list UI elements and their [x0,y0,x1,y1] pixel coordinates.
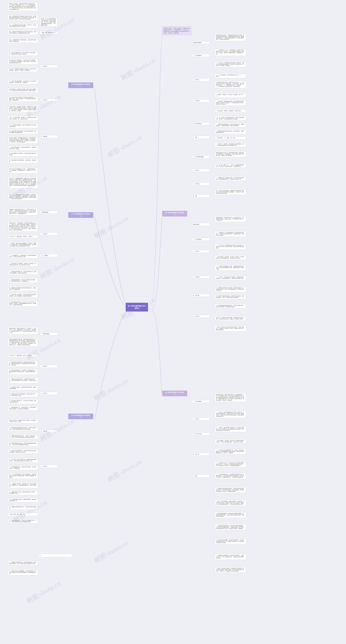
center-node: 初一班主任新学期工作计划范文 [126,303,148,312]
rb3-text1: 班级情况说明，本班共有学生若干名，整体表现中等，学习积极性有待提高，纪律有所欠缺… [215,216,246,222]
branch3-label: 初一班主任新学期工作计划范文（三） [68,414,93,419]
rb3-text10: 安全工作，加强对学生的安全教育，定期开展安全知识学习活动，提高学生的安全意识，确… [215,316,246,320]
intro-box: 新学期从上周四了，作为初一的班主任，要做好学生思想的班级管理工作，可以说是繁琐的… [162,26,191,35]
rb2-text13: 一、相互学习、相互帮助，营造积极向上的班级氛围，让每一位同学都能在班集体中感受到… [215,142,246,147]
b3-section4: 五、家校联系 [40,430,58,432]
b3-text21: 丙：认真做好班级各项台账，整理好班级档案，做好班级资料的留存工作。 [8,498,38,502]
rb3-text3: （一）学习方面：本学期将加强对学生学习方法的指导，培养良好的学习习惯，提高学习效… [215,244,246,250]
rb2-text3: 一、学习方面：本学期将重点抓学生的学习习惯培养，加强学习目的性和积极性的教育，定… [215,62,246,67]
b2-text7: 乙：积极开展各种课外活动，丰富学生的课外生活，培养学生的兴趣爱好，促进学生全面发… [8,270,38,275]
b3-text9: 乙：做好学困生的帮扶工作，关注学生的心理健康，积极开展心理辅导活动。 [8,399,38,404]
rb-right-text2: 一元一的一般，感到一的一，一年以来，班级整体成绩稳步提升，同学们的学习热情有所提… [215,164,246,168]
b1-text13: 一是一，学生活动积极，有进取心，在年级活动中多次拿到第一的好成绩，这一点值得充分… [8,116,38,120]
rb-right3: 三、关于纪律 [192,182,210,185]
b3-text17: 乙：建立家校联系手册，记录学生的日常表现，及时与家长分享，共同教育孩子。 [8,466,38,470]
rb3-lower-text8: 一元积极参加学校组织的各项活动，认真完成学校布置的各项工作任务，树立班级良好形象… [215,487,246,493]
b2-text5: （三）严格要求学生，加强班级管理，开展丰富多彩的班队活动，培养学生良好的行为习惯… [8,254,38,258]
rb3-lower-text12: 乙、加强学生的法制教育，提高学生的法律意识，引导学生自觉遵守法律法规，做一名遵纪… [215,538,246,544]
rb3-lower4: 四、主任工作 [192,453,210,456]
rb3-lower-text7: （三）大力推进家校共育，充分发挥家长委员会的作用，定期召开家长会，及时向家长反映… [215,473,246,479]
rb2-section2: 一、关于班级情况 [192,54,210,57]
rb3-text5: （二）抓好考试关键期的学习管理，在重要考试前做好复习计划，引导学生合理安排复习时… [215,265,246,270]
rb3-section4: 三、关于纪律 [192,276,210,278]
b3-text4: 乙：制定班级学生奖惩制度，对表现良好的同学给予表扬，激励学生积极进取，对表现差的… [8,361,38,366]
b2-text9: 丙：积极配合任课老师做好学科的教学辅助工作，共同促进学生学习成绩的提高。 [8,286,38,291]
rb2-text6: 一元测试卷、坚持练习，全力以赴，考试成绩，坚持，努力。 [215,93,246,98]
rb2-text5: 为了提高学生的学习效率，特制订以下学习计划：（一）培养良好的学习习惯，如课前预习… [215,81,246,88]
rb3-lower5: 五、其他 [192,474,210,477]
b3-text5: 乙：建立班级管理制度，成立班委会，制定班规班纪，让每位同学明白自己的权利与义务，… [8,369,38,375]
b1-text12: 针对此种情况，本期我的工作思路：在尊重学生学习兴趣的同时，充分发挥学生的主体能动… [8,106,38,112]
rb2-text9: 一人一策，针对每一位同学的实际情况，制定个性化的教育方案，促进每一位同学的健康成… [215,116,246,120]
b1-text9: 乙：学生作业完成情况较好，但自觉性不够，部分同学有拖拉现象，平时积累不够，知识面… [8,80,38,84]
b3-section2: 二、主要工作 [40,365,58,368]
rb3-section6: 五、关于安全 [192,315,210,318]
rb2-text2: 一、人员组成认识，经过一个学期的相处，班级同学已基本适应初中生活，同学之间，师生… [215,49,246,56]
rb2-text8: 一元考试成绩、坚持练习，积极进取，争取更大进步。 [215,110,246,112]
rb3-text7: 乙、积极配合学校各项工作的开展，按时完成各项任务，维护班级正常秩序，让每一位同学… [215,286,246,292]
rb3-text2: 一、人员组成认识，从总体情况来看，学生具有良好的学习潜力，只是部分同学的主动性不… [215,231,246,237]
b2-text8: 乙：积极做好家校联系，让家长及时了解学生的在校情况，配合班级的管理工作，形成家校… [8,278,38,283]
b2-section2: 二、主要工作 [40,232,58,235]
b3-text11: 班级工作本学期，班级情况大致与以往相同，本学期重点工作着力于以下几个方面。 [8,419,38,423]
b1-text10: 针对此种情况，我本期的工作思路：通过认真学习研究教材，有针对性地对学生的作业进行… [8,88,38,92]
rb3-lower-text9: 一年以来，通过不断努力，班级工作取得了一定的成绩，但仍有许多不足之处，需要在今后… [215,500,246,506]
bottom-text1: 乙、积极配合学校的各项工作，按时完成各项任务，维护班级正常秩序，为每一位同学营造… [8,561,38,565]
rb2-text1: 据悉班级成员人数若干，班级整体有着较好的学习氛围，同学们的学习积极性较高，但成绩… [215,34,246,41]
b1-text19: 乙：有极少数学生有时花费精力、金钱买零食，有攀比现象。 [8,159,38,163]
b1-level2-1: 本学期，本人在年级管理的班级工作的完成方向，取得了良好的效果，学生的学习成绩由原… [40,18,58,26]
rb3-lower-text6: 一心一意做好班主任工作，把全部精力投入到班级管理和学生教育工作中，努力为每一位同… [215,462,246,467]
b3-text2: 班级情况班级同学情感丰富，具有较强的集体荣誉感，但纪律方面有所欠缺，存在迟到早退… [8,338,38,346]
rb3-section5: 四、关于活动 [192,294,210,297]
branch1-label: 初一班主任新学期工作计划范文（一） [68,82,93,88]
b1-text17: 丁：同学关系较为融洽，但也存在小团体主义，班级的凝聚力有待进一步提高。 [8,146,38,150]
b2-section3: （三）严格执行 [40,254,58,257]
b1-level2-4: 三、主任工作 [40,99,58,102]
b3-text10: 乙：做好家校联系工作，定期召开家长会，及时向家长反映学生在校情况，共同促进学生健… [8,406,38,410]
rb3-lower1: 一、关于情况概述 [192,400,210,403]
rb2-section3: 二、关于学习 [192,78,210,81]
b1-level2-2: 一是做：做学习积极性的工作？ [40,31,58,34]
connector-lines [0,0,346,644]
rb-right-text4: 总之，班主任工作任重道远，需要我们付出更多的努力和心血，相信在全体同学和家长的共… [215,189,246,195]
b3-text16: 乙：每月开展一次家长开放日活动，邀请家长来校参观班级活动，让家长更好地了解孩子在… [8,458,38,462]
rb3-text9: 乙、参加学校组织的各类课外活动，丰富学生的课外生活，促进学生全面发展，展现班级良… [215,304,246,308]
b3-text18: 乙：一对一地与家长联系，重点关注问题学生，加强家校沟通，制定有针对性的教育方案，… [8,473,38,479]
rb3-lower-text2: 一、学习方面，本学期将继续抓好学生的学习习惯培养，在做好常规管理的同时，加强对学… [215,411,246,418]
b1-text22: 班主任工作二要积极有效地与家长取得联系，让家长真正成为班主任工作的同盟军，做好家… [8,193,38,200]
b2-text11: 丙：做好学困生的帮扶工作，建立"一帮一"学习小组，以学带差，共同进步。加强对家庭… [8,301,38,306]
b3-text12: 乙：积极组织参加学校的各项文体活动，丰富学生的课外生活，在活动中锻炼和提升学生的… [8,426,38,431]
rb-right4: 四、结语 [192,194,210,198]
rb3-text4: 一元学习积极性，坚持不懈，努力进取，争取每一位同学都能在学业上有所突破和进步，实… [215,256,246,260]
b3-section5: 三、主任工作 [40,465,58,468]
b2-section1: 一班级情况概述 [40,211,58,214]
rb3-section2: 一、关于班级情况 [192,238,210,241]
b3-text14: 丙：积极开展班级特色活动，培养学生的创新精神和实践能力，让每位同学的才能都得到充… [8,442,38,446]
rb2-text12: 一元考试成绩、一心、情绪，尽力，努力 [215,136,246,140]
b3-text23: 一是整，细致、周到、热情、富有 [8,513,38,516]
rb2-text11: 一元积极参加学校组织的各类活动，展示班级风采，增强班级的集体荣誉感。 [215,130,246,134]
bottom-text4: 一年以来，通过师生共同努力，班级各项工作有序推进，取得了较好的成绩，相信在新学期… [215,567,246,573]
b3-text6: 乙：积极开展"互帮互助"活动，以优秀学生带动后进学生，让每位同学都能在学习上有所… [8,378,38,384]
b3-text24: 乙：积极推进素质教育，注重对学生综合素质的培养，让每一位同学在德智体美劳各方面都… [8,519,38,523]
branch-right2-label: 初一班主任新学期工作计划范文（二） [162,211,187,216]
b3-text8: 丙：加强学生的日常行为规范教育，端正学生的学习态度，养成良好的行为习惯。 [8,392,38,397]
b1-text3: 其次，细心观察每位同学的心理变化，积极引导，防止由于复习迎考的压力而产生不良情绪… [8,24,38,28]
rb3-text6: （三）学年初，注意学生的行为习惯培养，定期检查学生的仪表仪容，让学生养成遵纪守法… [215,276,246,280]
b1-text15: 丙：有极少数学生有迟到现象，甚至出现旷课现象，这是影响成绩和班风的重要因素。 [8,130,38,134]
rb3-lower-text4: 一元学习积极性，努力进取，坚持不懈，争取取得更好的学习成绩，在学业上有所突破和进… [215,439,246,444]
b1-text14: 乙：有个别学生纪律散漫，自由主义思想较为严重，影响班集体的荣誉。 [8,124,38,128]
b3-text20: 乙：积极参加班主任培训，提高自身的班主任工作能力，更好地服务于学生。 [8,490,38,495]
b1-text20: 班主任工作中比较重要的几个方面，大多数老师都有感受，但要做得好，还需要诸多努力。… [8,168,38,173]
b1-text5: 其次，严格要求同学们严肃考风考纪，让每位同学以最好的状态完成期末考试。 [8,38,38,43]
branch-right3-label: 初一班主任新学期工作计划范文（三） [162,390,187,396]
b1-text11: 丙：学生学习的主动性不够，很大程度上是被动学习，不能用于探索，喜欢全方面发展，学… [8,96,38,102]
rb2-text7: 一、纪律方面：加强班级纪律管理，建立完善的班级纪律管理制度，对违纪行为坚决制止，… [215,100,246,106]
rb3-lower-text3: （一）学期初，做好新学期的各项准备工作，制定详细的班级工作计划，明确工作目标，确… [215,426,246,432]
rb-right1: 一、关于班级情况概述 [192,156,210,158]
b1-text2: 及时、细致地督促学生把握好复习迎考各个阶段，定期督查学生的作业完成情况，对学生进… [8,15,38,20]
b1-text4: 其次，细致地全面地帮助他们做好各科全面的复习，帮助同学们查漏补缺，以较理想的状态… [8,30,38,35]
b2-text6: 乙：班级"纪律卫士"制度落实，每天评选，每周总结，养成良好的纪律习惯，防止学生养… [8,262,38,266]
rb-right-text3: 一、班级纪律方面，整体较为良好，但个别同学仍存在纪律问题，需要加强教育和引导，培… [215,176,246,181]
rb2-text4: 一人一策，梦想成真，每个同学都有自己的一套，一一一，感到一。 [215,74,246,78]
